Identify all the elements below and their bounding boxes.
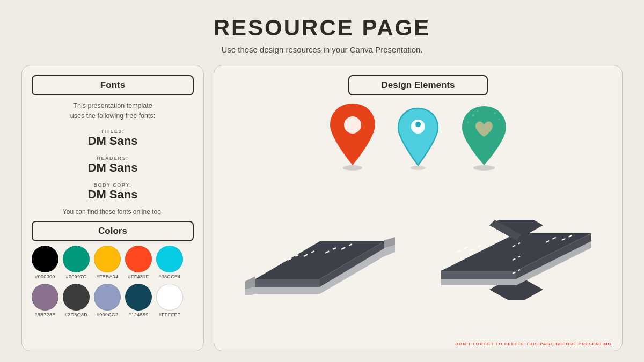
font-entry-titles: TITLES: DM Sans xyxy=(32,129,194,148)
font-name-body: DM Sans xyxy=(32,188,194,202)
color-orange: #FF481F xyxy=(125,246,152,279)
colors-section: Colors #000000 #00997C #FEBA04 #FF481F xyxy=(32,221,194,317)
color-darkgray: #3C3O3D xyxy=(63,284,90,317)
color-hex-white: #FFFFFF xyxy=(159,312,180,317)
roads-row xyxy=(227,177,609,343)
color-lavender: #909CC2 xyxy=(94,284,121,317)
color-mauve: #8B728E xyxy=(32,284,58,317)
color-swatch-darkgray xyxy=(63,284,90,311)
design-elements-label: Design Elements xyxy=(348,75,488,95)
warning-text: DON'T FORGET TO DELETE THIS PAGE BEFORE … xyxy=(455,342,613,346)
svg-point-6 xyxy=(472,114,474,116)
svg-point-10 xyxy=(498,119,500,121)
color-yellow: #FEBA04 xyxy=(94,246,121,279)
color-swatch-mauve xyxy=(32,284,58,311)
colors-label: Colors xyxy=(32,221,194,241)
right-panel: Design Elements xyxy=(214,65,623,351)
font-entry-headers: HEADERS: DM Sans xyxy=(32,156,194,175)
color-teal: #00997C xyxy=(63,246,90,279)
svg-line-29 xyxy=(457,247,468,252)
color-grid-row2: #8B728E #3C3O3D #909CC2 #124559 #FFFFFF xyxy=(32,284,194,317)
color-black: #000000 xyxy=(32,246,58,279)
color-hex-yellow: #FEBA04 xyxy=(97,274,119,279)
color-hex-mauve: #8B728E xyxy=(34,312,55,317)
font-label-body: BODY COPY: xyxy=(32,182,194,188)
color-hex-lavender: #909CC2 xyxy=(97,312,118,317)
cross-road-icon xyxy=(441,220,591,300)
color-hex-cyan: #08CCE4 xyxy=(158,274,180,279)
svg-point-0 xyxy=(343,165,362,171)
page-title: RESOURCE PAGE xyxy=(214,15,431,41)
color-swatch-black xyxy=(32,246,58,272)
svg-point-2 xyxy=(411,166,426,170)
color-hex-darkgray: #3C3O3D xyxy=(65,312,87,317)
svg-point-1 xyxy=(344,116,361,134)
left-panel: Fonts This presentation template uses th… xyxy=(21,65,204,351)
green-pin-icon xyxy=(457,104,511,171)
font-entry-body: BODY COPY: DM Sans xyxy=(32,182,194,202)
font-name-headers: DM Sans xyxy=(32,161,194,175)
color-hex-orange: #FF481F xyxy=(128,274,149,279)
color-swatch-cyan xyxy=(156,246,183,272)
fonts-description: This presentation template uses the foll… xyxy=(32,101,194,121)
svg-line-30 xyxy=(471,245,481,250)
color-swatch-yellow xyxy=(94,246,121,272)
fonts-online-note: You can find these fonts online too. xyxy=(32,208,194,216)
color-swatch-teal xyxy=(63,246,90,272)
svg-point-5 xyxy=(473,165,495,171)
svg-marker-12 xyxy=(255,279,320,287)
main-row: Fonts This presentation template uses th… xyxy=(21,65,623,351)
color-hex-black: #000000 xyxy=(35,274,55,279)
font-label-headers: HEADERS: xyxy=(32,156,194,161)
color-white: #FFFFFF xyxy=(156,284,183,317)
color-swatch-navy xyxy=(125,284,152,311)
font-label-titles: TITLES: xyxy=(32,129,194,134)
color-grid-row1: #000000 #00997C #FEBA04 #FF481F #08CCE4 xyxy=(32,246,194,279)
page-subtitle: Use these design resources in your Canva… xyxy=(221,45,422,54)
svg-point-9 xyxy=(494,112,496,114)
svg-point-8 xyxy=(467,122,469,123)
fonts-label: Fonts xyxy=(32,75,194,95)
red-pin-icon xyxy=(326,101,379,171)
color-swatch-orange xyxy=(125,246,152,272)
svg-marker-25 xyxy=(441,271,516,279)
cyan-pin-icon xyxy=(396,106,441,171)
font-name-titles: DM Sans xyxy=(32,134,194,148)
color-navy: #124559 xyxy=(125,284,152,317)
svg-point-4 xyxy=(415,122,421,127)
straight-road-icon xyxy=(245,225,395,295)
pins-row xyxy=(227,101,609,171)
color-cyan: #08CCE4 xyxy=(156,246,183,279)
color-swatch-lavender xyxy=(94,284,121,311)
svg-point-7 xyxy=(477,110,478,112)
color-hex-navy: #124559 xyxy=(128,312,148,317)
color-swatch-white xyxy=(156,284,183,311)
color-hex-teal: #00997C xyxy=(66,274,87,279)
